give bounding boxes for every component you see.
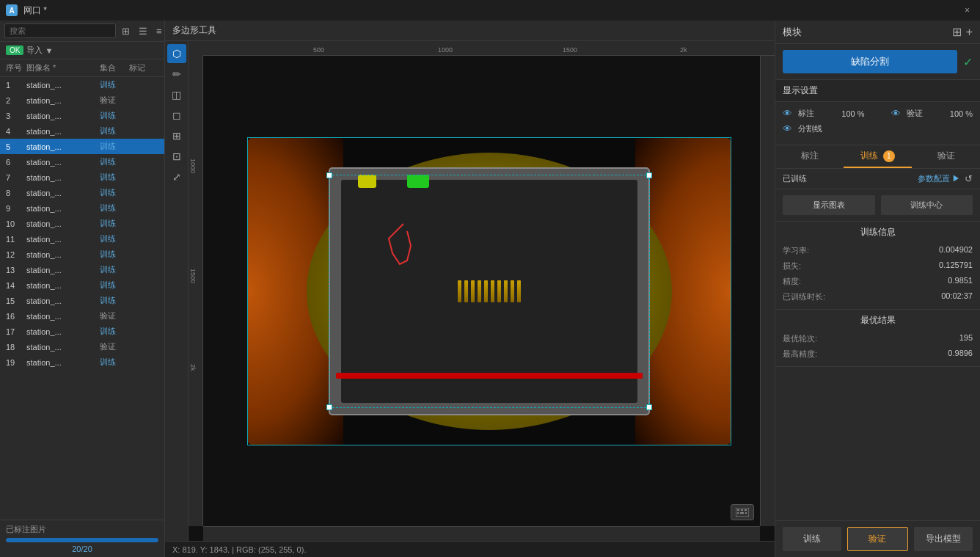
table-row[interactable]: 18 station_... 验证 <box>0 339 164 354</box>
train-info-rows: 学习率:0.004902损失:0.125791精度:0.9851已训练时长:00… <box>783 243 973 305</box>
table-row[interactable]: 11 station_... 训练 <box>0 231 164 247</box>
view-tool-btn[interactable]: ◫ <box>167 85 186 104</box>
image-container <box>203 56 775 526</box>
tab-train[interactable]: 训练 1 <box>844 145 912 168</box>
row-set: 训练 <box>100 326 129 337</box>
import-button[interactable]: 导入 ▼ <box>26 45 53 56</box>
table-row[interactable]: 19 station_... 训练 <box>0 354 164 370</box>
row-id: 10 <box>6 219 26 228</box>
table-row[interactable]: 8 station_... 训练 <box>0 185 164 200</box>
verify-display-label: 验证 <box>907 108 944 119</box>
pin-4 <box>478 280 481 302</box>
settings-icon-btn[interactable]: ⊞ <box>952 25 962 39</box>
table-row[interactable]: 3 station_... 训练 <box>0 108 164 123</box>
info-key: 学习率: <box>783 245 809 256</box>
export-model-btn[interactable]: 导出模型 <box>914 527 973 551</box>
svg-rect-4 <box>737 512 739 514</box>
row-id: 19 <box>6 358 26 367</box>
pen-tool-btn[interactable]: ✏ <box>167 65 186 84</box>
table-row[interactable]: 2 station_... 验证 <box>0 92 164 108</box>
status-bar: X: 819. Y: 1843. | RGB: (255, 255, 0). <box>165 541 775 557</box>
train-info-row: 损失:0.125791 <box>783 258 973 274</box>
row-name: station_... <box>26 296 100 305</box>
eraser-tool-btn[interactable]: ◻ <box>167 106 186 125</box>
best-result-title: 最优结果 <box>783 314 973 327</box>
left-tools: ⬡ ✏ ◫ ◻ ⊞ ⊡ ⤢ <box>165 41 189 541</box>
table-row[interactable]: 6 station_... 训练 <box>0 154 164 170</box>
svg-rect-1 <box>737 509 739 511</box>
defect-annotation <box>381 220 425 272</box>
info-key: 损失: <box>783 261 801 272</box>
table-row[interactable]: 15 station_... 训练 <box>0 293 164 308</box>
row-id: 13 <box>6 266 26 274</box>
display-settings-title: 显示设置 <box>775 79 980 102</box>
ruler-v-label-1: 1000 <box>189 159 197 173</box>
plus-tool-btn[interactable]: ⊞ <box>167 126 186 145</box>
row-id: 7 <box>6 173 26 182</box>
table-row[interactable]: 4 station_... 训练 <box>0 123 164 139</box>
row-name: station_... <box>26 250 100 259</box>
table-row[interactable]: 13 station_... 训练 <box>0 262 164 277</box>
canvas-image-area[interactable] <box>203 56 775 526</box>
table-row[interactable]: 12 station_... 训练 <box>0 247 164 262</box>
module-title: 模块 <box>783 26 802 39</box>
top-indicators <box>358 175 429 188</box>
training-info-section: 训练信息 学习率:0.004902损失:0.125791精度:0.9851已训练… <box>775 222 980 310</box>
select-tool-btn[interactable]: ⬡ <box>167 44 186 63</box>
canvas-area[interactable]: 500 1000 1500 2k 1000 1500 2k <box>189 41 775 541</box>
pin-1 <box>458 280 461 302</box>
connector-image <box>247 137 731 445</box>
expand-tool-btn[interactable]: ⤢ <box>167 167 186 186</box>
sort-btn[interactable]: ≡ <box>153 24 165 38</box>
table-row[interactable]: 10 station_... 训练 <box>0 216 164 231</box>
keyboard-icon[interactable] <box>731 504 754 520</box>
info-val: 00:02:37 <box>941 291 973 302</box>
dot-green <box>407 175 429 188</box>
close-button[interactable]: × <box>960 4 974 17</box>
train-center-btn[interactable]: 训练中心 <box>881 195 973 215</box>
info-val: 0.9851 <box>948 276 973 287</box>
row-name: station_... <box>26 312 100 321</box>
table-row[interactable]: 7 station_... 训练 <box>0 170 164 185</box>
info-val: 0.125791 <box>939 261 973 272</box>
center-panel: 多边形工具 ⬡ ✏ ◫ ◻ ⊞ ⊡ ⤢ 500 1 <box>165 21 775 557</box>
row-name: station_... <box>26 142 100 151</box>
row-id: 14 <box>6 281 26 290</box>
row-id: 4 <box>6 127 26 136</box>
row-name: station_... <box>26 127 100 136</box>
filter-btn[interactable]: ⊞ <box>119 24 133 38</box>
divider-label: 分割线 <box>798 123 973 134</box>
verify-btn[interactable]: 验证 <box>847 527 907 551</box>
train-btn[interactable]: 训练 <box>783 527 841 551</box>
crop-tool-btn[interactable]: ⊡ <box>167 147 186 166</box>
best-result-rows: 最优轮次:195最高精度:0.9896 <box>783 331 973 362</box>
ok-badge: OK <box>6 45 23 55</box>
param-config-btn[interactable]: 参数配置 ▶ <box>918 173 960 184</box>
table-row[interactable]: 5 station_... 训练 <box>0 139 164 154</box>
label-percent: 100 % <box>841 109 864 118</box>
list-btn[interactable]: ☰ <box>136 24 150 38</box>
tab-annotation[interactable]: 标注 <box>775 145 844 168</box>
tool-name: 多边形工具 <box>172 24 216 37</box>
table-row[interactable]: 16 station_... 验证 <box>0 308 164 324</box>
row-set: 验证 <box>100 341 129 352</box>
bottom-btn-row: 训练 验证 导出模型 <box>775 520 980 557</box>
annotated-label: 已标注图片 <box>6 525 46 534</box>
table-header: 序号 图像名 * 集合 标记 <box>0 59 164 77</box>
progress-text: 20/20 <box>72 545 92 553</box>
row-set: 训练 <box>100 203 129 214</box>
defect-segmentation-btn[interactable]: 缺陷分割 <box>783 50 957 73</box>
table-row[interactable]: 1 station_... 训练 <box>0 77 164 92</box>
show-chart-btn[interactable]: 显示图表 <box>783 195 875 215</box>
tab-verify[interactable]: 验证 <box>912 145 980 168</box>
search-input[interactable] <box>4 23 116 38</box>
row-set: 训练 <box>100 357 129 368</box>
row-id: 6 <box>6 158 26 167</box>
history-btn[interactable]: ↺ <box>965 173 973 184</box>
table-row[interactable]: 14 station_... 训练 <box>0 277 164 293</box>
add-module-btn[interactable]: + <box>966 25 973 39</box>
row-set: 训练 <box>100 295 129 306</box>
table-row[interactable]: 17 station_... 训练 <box>0 324 164 339</box>
table-row[interactable]: 9 station_... 训练 <box>0 200 164 216</box>
progress-bar-container <box>6 538 158 542</box>
